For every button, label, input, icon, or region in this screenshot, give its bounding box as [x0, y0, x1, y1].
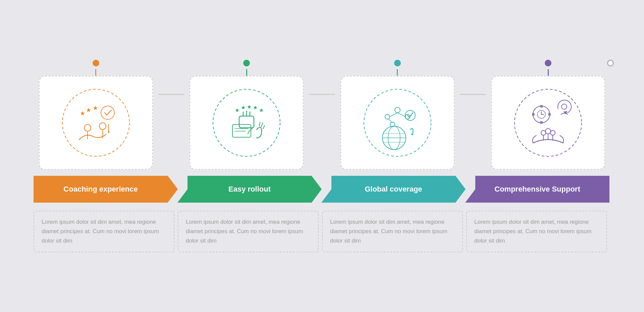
- svg-rect-47: [540, 121, 543, 124]
- text-support: Lorem ipsum dolor sit dim amet, mea regi…: [474, 217, 599, 246]
- support-svg: [511, 86, 585, 160]
- text-block-support: Lorem ipsum dolor sit dim amet, mea regi…: [466, 211, 607, 252]
- dot-end: [607, 60, 614, 66]
- vline-2: [246, 69, 247, 76]
- vline-1: [95, 69, 96, 76]
- svg-text:★: ★: [86, 107, 91, 113]
- arrow-shape-coaching: Coaching experience: [34, 176, 178, 203]
- svg-rect-48: [532, 113, 535, 116]
- card-support: [486, 60, 610, 170]
- text-block-coverage: Lorem ipsum dolor sit dim amet, mea regi…: [322, 211, 463, 252]
- svg-text:★: ★: [253, 105, 258, 110]
- svg-point-11: [213, 89, 280, 156]
- icon-card-support: [491, 76, 605, 170]
- icon-card-coaching: ★ ★ ★: [39, 76, 153, 170]
- card-coaching: ★ ★ ★: [34, 60, 158, 170]
- hline-1: [158, 94, 184, 95]
- dot-coverage: [394, 60, 401, 66]
- svg-rect-49: [548, 113, 551, 116]
- coaching-svg: ★ ★ ★: [59, 86, 133, 160]
- svg-point-44: [515, 89, 582, 156]
- svg-text:★: ★: [259, 107, 264, 113]
- icon-card-coverage: [340, 76, 454, 170]
- hline-3: [460, 94, 486, 95]
- down-arrow: [589, 203, 599, 211]
- dot-rollout: [243, 60, 250, 66]
- text-block-coaching: Lorem ipsum dolor sit dim amet, mea regi…: [34, 211, 174, 252]
- hline-2: [309, 94, 335, 95]
- arrows-row: Coaching experience Easy rollout Global …: [34, 176, 610, 203]
- arrow-support: Comprehensive Support: [465, 176, 609, 203]
- arrow-shape-coverage: Global coverage: [321, 176, 466, 203]
- arrow-coaching: Coaching experience: [34, 176, 178, 203]
- arrow-rollout: Easy rollout: [177, 176, 322, 203]
- arrow-shape-rollout: Easy rollout: [177, 176, 322, 203]
- svg-text:★: ★: [235, 107, 239, 113]
- coverage-svg: [361, 86, 434, 160]
- arrow-label-rollout: Easy rollout: [228, 185, 271, 194]
- arrow-label-support: Comprehensive Support: [494, 185, 580, 194]
- text-rollout: Lorem ipsum dolor sit dim amet, mea regi…: [186, 217, 311, 246]
- infographic: ★ ★ ★ ★ ★ ★: [20, 60, 624, 252]
- card-rollout: ★ ★ ★ ★ ★: [184, 60, 309, 170]
- card-coverage: [335, 60, 460, 170]
- arrow-coverage: Global coverage: [321, 176, 466, 203]
- text-coaching: Lorem ipsum dolor sit dim amet, mea regi…: [42, 217, 166, 246]
- vline-3: [397, 69, 398, 76]
- rollout-svg: ★ ★ ★ ★ ★: [210, 86, 283, 160]
- svg-rect-46: [540, 105, 543, 108]
- text-block-rollout: Lorem ipsum dolor sit dim amet, mea regi…: [178, 211, 319, 252]
- svg-point-0: [62, 89, 129, 156]
- svg-text:★: ★: [247, 104, 252, 110]
- arrow-label-coaching: Coaching experience: [63, 185, 148, 194]
- text-row: Lorem ipsum dolor sit dim amet, mea regi…: [34, 211, 610, 252]
- svg-text:★: ★: [241, 105, 246, 110]
- svg-text:★: ★: [93, 105, 98, 111]
- vline-4: [548, 69, 549, 76]
- icon-card-rollout: ★ ★ ★ ★ ★: [190, 76, 304, 170]
- dot-support: [545, 60, 551, 66]
- dot-coaching: [93, 60, 99, 66]
- arrow-label-coverage: Global coverage: [365, 185, 422, 194]
- svg-point-29: [364, 89, 431, 156]
- text-coverage: Lorem ipsum dolor sit dim amet, mea regi…: [330, 217, 455, 246]
- svg-text:★: ★: [80, 110, 85, 117]
- arrow-shape-support: Comprehensive Support: [465, 176, 609, 203]
